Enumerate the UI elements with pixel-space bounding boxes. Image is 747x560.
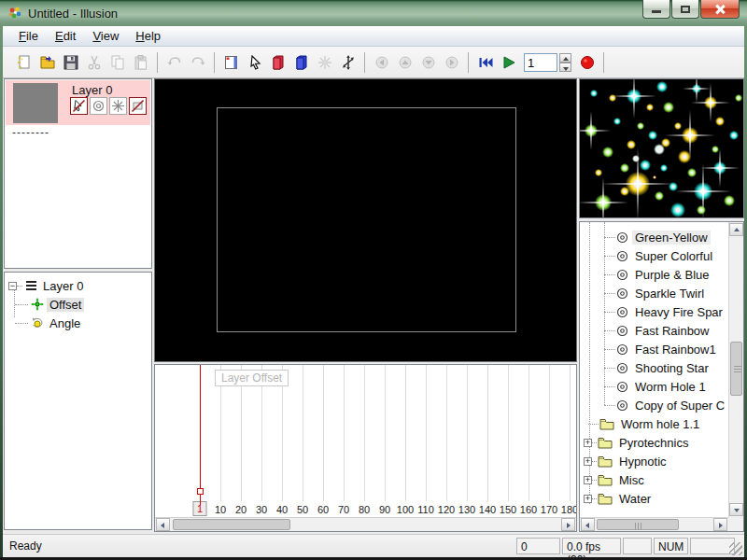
expand-box[interactable]: +	[584, 476, 592, 484]
library-hscrollbar[interactable]	[580, 517, 728, 531]
scroll-down-button[interactable]	[729, 503, 743, 516]
library-item-label[interactable]: Shooting Star	[632, 361, 712, 375]
record-button[interactable]	[575, 50, 599, 74]
library-folder-label[interactable]: Misc	[616, 473, 647, 487]
hscroll-thumb[interactable]	[173, 519, 290, 530]
ruler-tick-label[interactable]: 100	[397, 504, 414, 515]
scroll-left-button[interactable]	[581, 518, 595, 531]
save-button[interactable]	[59, 50, 82, 74]
hscroll-thumb[interactable]	[597, 519, 679, 530]
library-item-label[interactable]: Fast Rainbow	[632, 324, 712, 338]
library-folder-label[interactable]: Water	[616, 492, 654, 506]
library-folder-label[interactable]: Hypnotic	[616, 455, 669, 469]
ruler-tick-label[interactable]: 160	[520, 504, 537, 515]
layer-tree-root-label[interactable]: Layer 0	[40, 279, 86, 293]
vscroll-thumb[interactable]	[730, 342, 742, 396]
scroll-left-button[interactable]	[156, 518, 170, 531]
loop-button[interactable]	[90, 97, 107, 115]
emit-button[interactable]	[109, 97, 127, 115]
ruler-tick-label[interactable]: 130	[458, 504, 475, 515]
ruler-tick-label[interactable]: 60	[317, 504, 329, 515]
library-item-worm-hole-1-1[interactable]: Worm hole 1.1	[584, 414, 702, 433]
keyframe-marker[interactable]	[197, 488, 204, 495]
no-select-button[interactable]	[70, 97, 88, 115]
library-item-label[interactable]: Worm Hole 1	[632, 380, 709, 394]
resize-grip[interactable]	[729, 542, 742, 555]
scroll-up-button[interactable]	[729, 223, 743, 236]
open-button[interactable]	[35, 50, 59, 74]
ruler-tick-label[interactable]: 180	[561, 504, 577, 515]
library-item-label[interactable]: Super Colorful	[632, 249, 715, 263]
library-item-purple-blue[interactable]: Purple & Blue	[604, 265, 712, 284]
library-item-pyrotechnics[interactable]: +Pyrotechnics	[584, 433, 691, 452]
ruler-tick-label[interactable]: 140	[479, 504, 496, 515]
ruler-tick-label[interactable]: 30	[256, 504, 267, 515]
menu-edit[interactable]: Edit	[47, 27, 84, 45]
timeline-panel[interactable]: 1102030405060708090100110120130140150160…	[154, 364, 577, 532]
ruler-tick-label[interactable]: 150	[500, 504, 516, 515]
library-item-label[interactable]: Sparkle Twirl	[632, 287, 707, 301]
frame-spin-up-button[interactable]	[559, 53, 571, 63]
tree-item-label[interactable]: Offset	[47, 298, 84, 312]
library-item-fast-rainbow1[interactable]: Fast Rainbow1	[604, 340, 719, 358]
collapse-box[interactable]: −	[8, 282, 17, 290]
layer-row-selected[interactable]: Layer 0	[6, 80, 150, 125]
library-item-heavy-fire-spar[interactable]: Heavy Fire Spar	[604, 302, 726, 321]
ruler-tick-label[interactable]: 50	[297, 504, 308, 515]
frame-input[interactable]: 1	[524, 53, 557, 72]
library-item-misc[interactable]: +Misc	[584, 470, 647, 489]
ruler-tick-label[interactable]: 120	[438, 504, 455, 515]
ruler-tick-label[interactable]: 20	[235, 504, 247, 515]
ruler-tick-label[interactable]: 110	[417, 504, 434, 515]
library-item-label[interactable]: Green-Yellow	[632, 231, 711, 245]
expand-box[interactable]: +	[584, 495, 592, 503]
library-item-water[interactable]: +Water	[584, 489, 654, 508]
frame-spinner[interactable]: 1	[524, 53, 571, 72]
playhead-line[interactable]	[200, 365, 201, 505]
library-item-copy-of-super-c[interactable]: Copy of Super C	[604, 396, 727, 414]
rewind-button[interactable]	[473, 50, 497, 74]
menu-view[interactable]: View	[84, 27, 127, 45]
library-item-label[interactable]: Copy of Super C	[632, 399, 727, 413]
library-item-fast-rainbow[interactable]: Fast Rainbow	[604, 321, 712, 340]
minimize-button[interactable]	[642, 0, 670, 19]
menu-help[interactable]: Help	[127, 27, 169, 45]
library-item-shooting-star[interactable]: Shooting Star	[604, 358, 712, 377]
library-folder-label[interactable]: Pyrotechnics	[616, 436, 691, 450]
blue-book-button[interactable]	[289, 50, 313, 74]
library-item-green-yellow[interactable]: Green-Yellow	[604, 228, 711, 246]
library-item-worm-hole-1[interactable]: Worm Hole 1	[604, 377, 709, 396]
expand-box[interactable]: +	[584, 439, 592, 447]
ruler-tick-label[interactable]: 70	[338, 504, 349, 515]
select-tool-button[interactable]	[243, 50, 266, 74]
stage-canvas[interactable]	[154, 78, 577, 362]
frame-spin-down-button[interactable]	[559, 63, 571, 72]
layer-thumbnail[interactable]	[13, 83, 58, 123]
scroll-right-button[interactable]	[713, 518, 727, 531]
move-tool-button[interactable]	[336, 50, 359, 74]
new-button[interactable]	[12, 50, 35, 74]
red-book-button[interactable]	[266, 50, 289, 74]
expand-box[interactable]: +	[584, 457, 592, 466]
ruler-tick-label[interactable]: 90	[379, 504, 390, 515]
library-item-label[interactable]: Fast Rainbow1	[632, 343, 719, 357]
menu-file[interactable]: File	[10, 27, 47, 45]
library-item-label[interactable]: Heavy Fire Spar	[632, 305, 726, 319]
maximize-button[interactable]	[671, 0, 699, 19]
library-item-label[interactable]: Purple & Blue	[632, 268, 712, 282]
ruler-tick-label[interactable]: 80	[359, 504, 370, 515]
ruler-tick-label[interactable]: 170	[541, 504, 557, 515]
emitter-window-button[interactable]	[219, 50, 243, 74]
no-draw-button[interactable]	[129, 97, 147, 115]
ruler-tick-label[interactable]: 10	[215, 504, 226, 515]
library-item-super-colorful[interactable]: Super Colorful	[604, 246, 715, 265]
layer-tree-root[interactable]: −Layer 0	[8, 277, 86, 294]
layer-tree-item-angle[interactable]: Angle	[15, 315, 83, 331]
library-item-hypnotic[interactable]: +Hypnotic	[584, 452, 669, 470]
close-button[interactable]	[700, 0, 740, 19]
library-vscrollbar[interactable]	[728, 222, 743, 517]
library-item-sparkle-twirl[interactable]: Sparkle Twirl	[604, 284, 707, 302]
timeline-hscrollbar[interactable]	[155, 517, 576, 531]
layer-tree-item-offset[interactable]: Offset	[15, 296, 84, 313]
tree-item-label[interactable]: Angle	[47, 316, 83, 330]
